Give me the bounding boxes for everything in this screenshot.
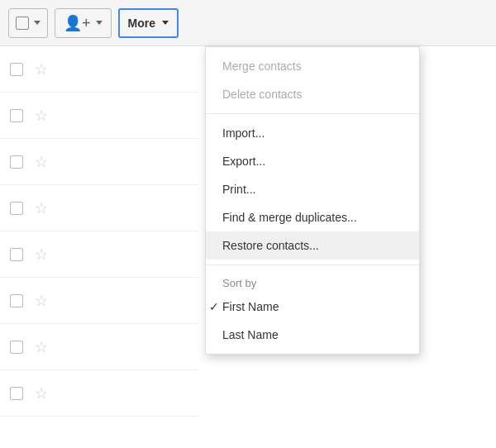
- add-person-button[interactable]: 👤+: [55, 8, 112, 38]
- row-checkbox[interactable]: [10, 63, 23, 76]
- row-star[interactable]: ☆: [35, 245, 48, 264]
- row-checkbox[interactable]: [10, 155, 23, 169]
- more-dropdown-menu: Merge contacts Delete contacts Import...…: [205, 46, 420, 355]
- import-item[interactable]: Import...: [206, 119, 419, 147]
- more-label: More: [128, 17, 155, 30]
- sort-last-name-item[interactable]: Last Name: [206, 321, 419, 349]
- export-item[interactable]: Export...: [206, 147, 419, 175]
- contact-row: ☆: [0, 231, 198, 278]
- row-star[interactable]: ☆: [35, 384, 48, 403]
- row-checkbox[interactable]: [10, 387, 23, 400]
- row-star[interactable]: ☆: [35, 338, 48, 356]
- select-all-button[interactable]: [8, 8, 48, 38]
- row-star[interactable]: ☆: [35, 153, 48, 171]
- row-star[interactable]: ☆: [35, 60, 48, 79]
- contact-row: ☆: [0, 324, 198, 370]
- sort-by-label: Sort by: [206, 270, 419, 293]
- row-checkbox[interactable]: [10, 294, 23, 307]
- menu-section-io: Import... Export... Print... Find & merg…: [206, 113, 419, 265]
- chevron-down-icon: [96, 21, 103, 25]
- row-star[interactable]: ☆: [35, 107, 48, 125]
- row-checkbox[interactable]: [10, 109, 23, 122]
- contact-row: ☆: [0, 93, 198, 139]
- toolbar: 👤+ More: [0, 0, 496, 46]
- contact-row: ☆: [0, 139, 198, 185]
- menu-section-manage: Merge contacts Delete contacts: [206, 47, 419, 113]
- more-button[interactable]: More: [118, 8, 179, 38]
- merge-contacts-item[interactable]: Merge contacts: [206, 52, 419, 80]
- row-checkbox[interactable]: [10, 341, 23, 354]
- row-checkbox[interactable]: [10, 202, 23, 215]
- restore-contacts-item[interactable]: Restore contacts...: [206, 231, 419, 260]
- contact-list: ☆ ☆ ☆ ☆ ☆ ☆ ☆ ☆: [0, 46, 198, 448]
- row-star[interactable]: ☆: [35, 292, 48, 310]
- print-item[interactable]: Print...: [206, 175, 419, 203]
- contact-row: ☆: [0, 278, 198, 324]
- checkbox-icon: [16, 17, 29, 30]
- contact-row: ☆: [0, 185, 198, 231]
- delete-contacts-item[interactable]: Delete contacts: [206, 80, 419, 108]
- find-merge-item[interactable]: Find & merge duplicates...: [206, 203, 419, 231]
- menu-section-sort: Sort by ✓ First Name Last Name: [206, 265, 419, 354]
- chevron-down-icon: [162, 21, 169, 25]
- row-checkbox[interactable]: [10, 248, 23, 261]
- add-person-icon: 👤+: [64, 14, 91, 32]
- contact-row: ☆: [0, 370, 198, 417]
- checkmark-icon: ✓: [209, 300, 219, 313]
- contact-row: ☆: [0, 46, 198, 93]
- row-star[interactable]: ☆: [35, 199, 48, 217]
- sort-first-name-item[interactable]: ✓ First Name: [206, 293, 419, 321]
- chevron-down-icon: [34, 21, 41, 25]
